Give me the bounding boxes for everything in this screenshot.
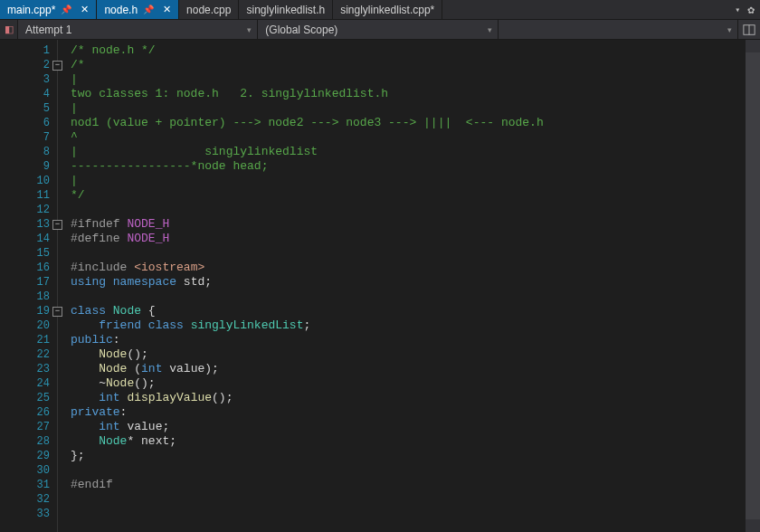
chevron-down-icon: ▾ [488,25,492,34]
code-line[interactable]: /* [71,58,746,72]
nav-back-icon[interactable]: ◧ [0,20,18,39]
code-line[interactable]: Node* next; [71,434,746,449]
tab-label: singlylinkedlist.h [246,4,325,16]
line-number: 20 [0,318,57,333]
tab-main-cpp[interactable]: main.cpp* 📌 ✕ [0,0,97,19]
line-number: 29 [0,449,57,463]
tab-singlylinkedlist-h[interactable]: singlylinkedlist.h [239,0,333,19]
code-line[interactable]: Node (int value); [71,362,746,376]
code-line[interactable] [71,463,746,478]
code-line[interactable]: | [71,174,746,188]
line-number: 19− [0,304,57,318]
code-area[interactable]: /* node.h *//*|two classes 1: node.h 2. … [58,40,746,532]
line-number: 22 [0,347,57,362]
close-icon[interactable]: ✕ [163,4,171,15]
code-line[interactable]: */ [71,188,746,203]
global-scope-dropdown[interactable]: (Global Scope) ▾ [258,20,498,39]
code-line[interactable]: -----------------*node head; [71,159,746,174]
code-line[interactable]: | [71,72,746,87]
tab-label: singlylinkedlist.cpp* [340,4,434,16]
project-scope-dropdown[interactable]: Attempt 1 ▾ [18,20,258,39]
line-number: 14 [0,232,57,246]
line-number: 24 [0,376,57,391]
line-number: 4 [0,87,57,101]
tab-singlylinkedlist-cpp[interactable]: singlylinkedlist.cpp* [333,0,442,19]
code-line[interactable] [71,492,746,507]
member-scope-dropdown[interactable]: ▾ [499,20,738,39]
line-number: 26 [0,405,57,420]
tab-node-cpp[interactable]: node.cpp [179,0,239,19]
split-editor-icon[interactable] [738,20,760,39]
line-number: 8 [0,145,57,159]
code-line[interactable] [71,246,746,261]
line-number-gutter: 12−345678910111213−141516171819−20212223… [0,40,58,532]
tab-bar-controls: ▾ ✿ [729,0,760,19]
code-line[interactable]: ^ [71,130,746,145]
dropdown-icon[interactable]: ▾ [735,5,740,15]
line-number: 21 [0,333,57,347]
tab-label: node.cpp [186,4,231,16]
code-line[interactable] [71,290,746,304]
line-number: 6 [0,116,57,130]
close-icon[interactable]: ✕ [81,4,89,15]
line-number: 16 [0,261,57,275]
tab-bar: main.cpp* 📌 ✕ node.h 📌 ✕ node.cpp singly… [0,0,760,20]
code-line[interactable] [71,507,746,521]
line-number: 31 [0,478,57,492]
code-line[interactable]: #ifndef NODE_H [71,217,746,232]
code-line[interactable]: #include <iostream> [71,261,746,275]
line-number: 33 [0,507,57,521]
code-line[interactable]: private: [71,405,746,420]
code-line[interactable] [71,203,746,217]
gear-icon[interactable]: ✿ [747,3,755,17]
project-scope-label: Attempt 1 [25,24,71,36]
code-line[interactable]: int value; [71,420,746,434]
code-line[interactable]: ~Node(); [71,376,746,391]
pin-icon[interactable]: 📌 [61,5,71,14]
code-line[interactable]: nod1 (value + pointer) ---> node2 ---> n… [71,116,746,130]
tab-label: main.cpp* [7,4,55,16]
code-line[interactable]: public: [71,333,746,347]
code-line[interactable]: Node(); [71,347,746,362]
line-number: 2− [0,58,57,72]
line-number: 5 [0,101,57,116]
line-number: 3 [0,72,57,87]
code-line[interactable]: two classes 1: node.h 2. singlylinkedlis… [71,87,746,101]
line-number: 18 [0,290,57,304]
editor: 12−345678910111213−141516171819−20212223… [0,40,760,532]
tab-node-h[interactable]: node.h 📌 ✕ [97,0,179,19]
line-number: 32 [0,492,57,507]
line-number: 17 [0,275,57,290]
code-line[interactable]: | [71,101,746,116]
line-number: 12 [0,203,57,217]
line-number: 9 [0,159,57,174]
line-number: 28 [0,434,57,449]
line-number: 15 [0,246,57,261]
line-number: 13− [0,217,57,232]
code-line[interactable]: class Node { [71,304,746,318]
chevron-down-icon: ▾ [727,25,732,34]
code-line[interactable]: }; [71,449,746,463]
code-line[interactable]: /* node.h */ [71,43,746,58]
global-scope-label: (Global Scope) [265,24,337,36]
code-line[interactable]: | singlylinkedlist [71,145,746,159]
code-line[interactable]: #define NODE_H [71,232,746,246]
chevron-down-icon: ▾ [247,25,252,34]
code-line[interactable]: int displayValue(); [71,391,746,405]
tab-bar-spacer [442,0,729,19]
line-number: 7 [0,130,57,145]
vertical-scrollbar[interactable] [746,40,760,532]
line-number: 10 [0,174,57,188]
line-number: 1 [0,43,57,58]
scope-bar: ◧ Attempt 1 ▾ (Global Scope) ▾ ▾ [0,20,760,40]
tab-label: node.h [104,4,138,16]
line-number: 27 [0,420,57,434]
line-number: 11 [0,188,57,203]
line-number: 30 [0,463,57,478]
pin-icon[interactable]: 📌 [143,5,154,14]
code-line[interactable]: #endif [71,478,746,492]
code-line[interactable]: using namespace std; [71,275,746,290]
line-number: 25 [0,391,57,405]
line-number: 23 [0,362,57,376]
code-line[interactable]: friend class singlyLinkedList; [71,318,746,333]
